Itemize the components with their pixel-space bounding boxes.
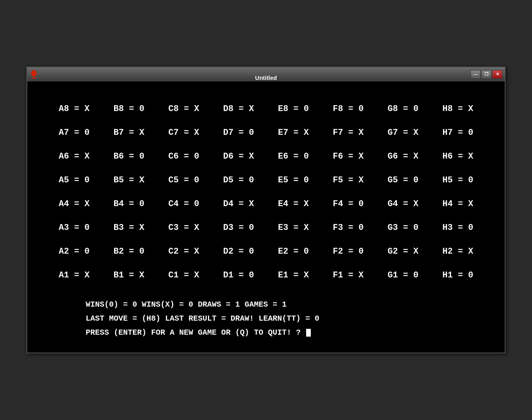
cell-c7: C7 = X (157, 121, 211, 145)
cell-a6: A6 = X (47, 145, 102, 168)
cell-b7: B7 = X (102, 121, 157, 145)
cell-d6: D6 = X (211, 145, 266, 168)
cell-h3: H3 = 0 (430, 216, 485, 240)
cell-b6: B6 = 0 (102, 145, 157, 168)
cell-d7: D7 = 0 (211, 121, 266, 145)
cell-b3: B3 = X (102, 216, 157, 240)
status-line-3-text: PRESS (ENTER) FOR A NEW GAME OR (Q) TO Q… (86, 328, 305, 337)
window-title: Untitled (255, 74, 277, 81)
cell-f7: F7 = X (321, 121, 376, 145)
cell-d5: D5 = 0 (211, 168, 266, 192)
cell-h8: H8 = X (430, 97, 485, 121)
cell-b2: B2 = 0 (102, 240, 157, 263)
cell-h1: H1 = 0 (430, 263, 485, 287)
cell-g3: G3 = 0 (376, 216, 431, 240)
cell-f3: F3 = 0 (321, 216, 376, 240)
cell-b1: B1 = X (102, 263, 157, 287)
cell-c4: C4 = 0 (157, 192, 211, 216)
cell-e3: E3 = X (266, 216, 321, 240)
cell-f2: F2 = 0 (321, 240, 376, 263)
cell-h2: H2 = X (430, 240, 485, 263)
cell-c1: C1 = X (157, 263, 211, 287)
cell-a3: A3 = 0 (47, 216, 102, 240)
cell-a8: A8 = X (47, 97, 102, 121)
cell-g5: G5 = 0 (376, 168, 431, 192)
svg-rect-2 (32, 78, 36, 79)
cell-d8: D8 = X (211, 97, 266, 121)
board-grid: A8 = XB8 = 0C8 = XD8 = XE8 = 0F8 = 0G8 =… (47, 97, 485, 287)
app-icon (30, 70, 38, 79)
cell-c5: C5 = 0 (157, 168, 211, 192)
cell-a5: A5 = 0 (47, 168, 102, 192)
cell-e1: E1 = X (266, 263, 321, 287)
cell-e5: E5 = 0 (266, 168, 321, 192)
cell-d4: D4 = X (211, 192, 266, 216)
cell-b4: B4 = 0 (102, 192, 157, 216)
cell-b8: B8 = 0 (102, 97, 157, 121)
cell-d1: D1 = 0 (211, 263, 266, 287)
cell-d3: D3 = 0 (211, 216, 266, 240)
cell-c6: C6 = 0 (157, 145, 211, 168)
cell-e7: E7 = X (266, 121, 321, 145)
restore-button[interactable]: ❐ (481, 70, 491, 79)
status-line-3: PRESS (ENTER) FOR A NEW GAME OR (Q) TO Q… (86, 327, 485, 339)
cell-e8: E8 = 0 (266, 97, 321, 121)
cell-a4: A4 = X (47, 192, 102, 216)
status-area: WINS(0) = 0 WINS(X) = 0 DRAWS = 1 GAMES … (47, 299, 485, 339)
cell-g7: G7 = X (376, 121, 431, 145)
cell-g1: G1 = 0 (376, 263, 431, 287)
cell-c3: C3 = X (157, 216, 211, 240)
window-controls: — ❐ ✕ (470, 70, 502, 79)
cursor (306, 329, 311, 337)
cell-g6: G6 = X (376, 145, 431, 168)
cell-f5: F5 = X (321, 168, 376, 192)
cell-c2: C2 = X (157, 240, 211, 263)
cell-h7: H7 = 0 (430, 121, 485, 145)
cell-c8: C8 = X (157, 97, 211, 121)
cell-g8: G8 = 0 (376, 97, 431, 121)
minimize-button[interactable]: — (470, 70, 481, 79)
cell-a2: A2 = 0 (47, 240, 102, 263)
cell-d2: D2 = 0 (211, 240, 266, 263)
cell-e6: E6 = 0 (266, 145, 321, 168)
svg-point-0 (31, 70, 37, 76)
title-bar-left (30, 70, 38, 79)
cell-b5: B5 = X (102, 168, 157, 192)
status-line-2: LAST MOVE = (H8) LAST RESULT = DRAW! LEA… (86, 313, 485, 325)
svg-rect-1 (33, 76, 35, 78)
cell-f8: F8 = 0 (321, 97, 376, 121)
cell-f4: F4 = 0 (321, 192, 376, 216)
close-button[interactable]: ✕ (492, 70, 502, 79)
title-bar: Untitled — ❐ ✕ (27, 67, 505, 81)
main-window: Untitled — ❐ ✕ A8 = XB8 = 0C8 = XD8 = XE… (26, 67, 506, 353)
cell-e4: E4 = X (266, 192, 321, 216)
cell-a1: A1 = X (47, 263, 102, 287)
cell-h4: H4 = X (430, 192, 485, 216)
status-line-1: WINS(0) = 0 WINS(X) = 0 DRAWS = 1 GAMES … (86, 299, 485, 311)
cell-e2: E2 = 0 (266, 240, 321, 263)
cell-g2: G2 = X (376, 240, 431, 263)
cell-g4: G4 = X (376, 192, 431, 216)
cell-h5: H5 = 0 (430, 168, 485, 192)
cell-f6: F6 = X (321, 145, 376, 168)
cell-a7: A7 = 0 (47, 121, 102, 145)
cell-h6: H6 = X (430, 145, 485, 168)
cell-f1: F1 = X (321, 263, 376, 287)
content-area: A8 = XB8 = 0C8 = XD8 = XE8 = 0F8 = 0G8 =… (27, 81, 505, 353)
